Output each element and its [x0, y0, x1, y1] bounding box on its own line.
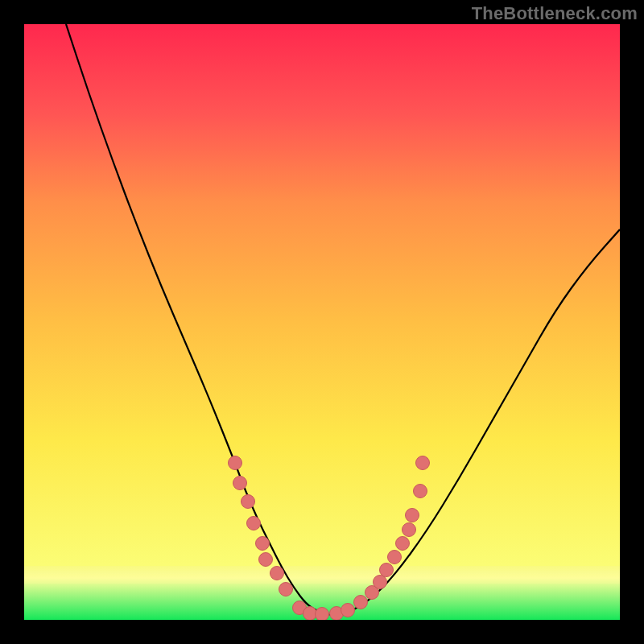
data-dot	[303, 607, 317, 621]
data-dot	[341, 604, 355, 617]
data-dot	[406, 509, 419, 522]
data-dot	[279, 583, 293, 597]
data-dot	[229, 456, 242, 470]
data-dot	[416, 456, 430, 470]
data-dot	[247, 517, 261, 530]
data-dot	[270, 567, 284, 580]
data-dot	[388, 551, 402, 564]
plot-area	[24, 24, 620, 620]
data-dot	[259, 553, 273, 567]
data-dot	[402, 523, 416, 537]
data-dot	[256, 537, 270, 551]
chart-stage: TheBottleneck.com	[0, 0, 644, 644]
data-dot	[354, 596, 368, 609]
data-dot	[233, 477, 247, 490]
data-dot	[414, 485, 427, 498]
data-dot	[396, 537, 410, 551]
curve-svg	[24, 24, 620, 620]
data-dot	[374, 576, 387, 589]
data-dot	[380, 564, 394, 577]
data-dot	[316, 608, 329, 621]
bottleneck-curve	[66, 24, 620, 615]
data-dot	[242, 495, 255, 509]
watermark-text: TheBottleneck.com	[472, 3, 638, 24]
data-dots	[229, 456, 430, 621]
